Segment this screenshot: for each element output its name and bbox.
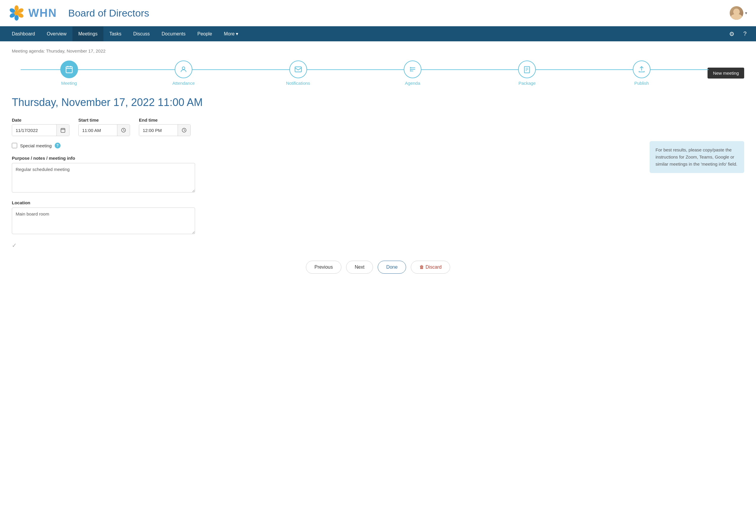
start-time-label: Start time [78, 117, 130, 122]
svg-rect-18 [410, 70, 411, 71]
step-agenda-circle [404, 61, 421, 78]
breadcrumb: Meeting agenda: Thursday, November 17, 2… [12, 48, 744, 53]
nav-right: ⚙ ? [726, 28, 750, 40]
svg-rect-19 [525, 66, 529, 73]
form-right: For best results, please copy/paste the … [650, 117, 744, 249]
header-right: ▾ [730, 6, 747, 20]
step-publish-circle [633, 61, 651, 78]
logo-area: WHN Board of Directors [9, 5, 149, 21]
special-meeting-checkbox[interactable] [12, 143, 17, 148]
nav-item-people[interactable]: People [192, 27, 218, 41]
nav-item-dashboard[interactable]: Dashboard [6, 27, 41, 41]
done-button[interactable]: Done [378, 261, 406, 274]
save-indicator: ✓ [12, 242, 638, 249]
special-meeting-help-icon[interactable]: ? [55, 142, 61, 148]
date-label: Date [12, 117, 69, 122]
step-package-label: Package [518, 81, 535, 86]
previous-button[interactable]: Previous [306, 261, 341, 274]
envelope-icon [294, 65, 302, 73]
clock-icon [121, 128, 126, 133]
step-meeting[interactable]: Meeting [12, 61, 126, 86]
stepper: Meeting Attendance Notifications [12, 61, 744, 86]
list-icon [409, 65, 417, 73]
settings-button[interactable]: ⚙ [726, 28, 738, 40]
meeting-datetime-title: Thursday, November 17, 2022 11:00 AM [12, 96, 744, 109]
date-input[interactable] [12, 125, 56, 136]
logo-flower-icon [9, 5, 24, 21]
end-time-input[interactable] [139, 125, 177, 136]
svg-point-11 [182, 67, 185, 69]
nav-item-overview[interactable]: Overview [41, 27, 72, 41]
end-time-input-wrap [139, 124, 191, 136]
calendar-icon [60, 128, 66, 133]
location-textarea[interactable]: Main board room [12, 208, 195, 234]
svg-point-0 [14, 5, 19, 11]
svg-rect-23 [61, 128, 65, 133]
svg-rect-12 [295, 67, 302, 72]
step-meeting-circle [60, 61, 78, 78]
step-agenda-label: Agenda [405, 81, 420, 86]
form-section: Date Start t [12, 117, 744, 249]
nav-item-tasks[interactable]: Tasks [103, 27, 127, 41]
discard-label: Discard [426, 265, 442, 269]
user-avatar-button[interactable]: ▾ [730, 6, 747, 20]
svg-rect-7 [66, 67, 72, 73]
step-publish[interactable]: Publish [584, 61, 699, 86]
nav-item-more[interactable]: More ▾ [218, 26, 244, 41]
svg-line-29 [123, 130, 124, 131]
footer-buttons: Previous Next Done 🗑 Discard [12, 261, 744, 280]
datetime-fields-row: Date Start t [12, 117, 638, 136]
page-title: Board of Directors [68, 7, 149, 19]
start-time-input-wrap [78, 124, 130, 136]
purpose-section: Purpose / notes / meeting info Regular s… [12, 156, 638, 194]
date-field-group: Date [12, 117, 69, 136]
location-section: Location Main board room [12, 200, 638, 235]
svg-rect-16 [410, 67, 411, 68]
step-attendance[interactable]: Attendance [126, 61, 241, 86]
main-nav: Dashboard Overview Meetings Tasks Discus… [0, 26, 756, 41]
date-input-wrap [12, 124, 69, 136]
svg-point-6 [14, 11, 19, 15]
special-meeting-row: Special meeting ? [12, 142, 638, 148]
logo-text: WHN [28, 7, 57, 19]
person-icon [180, 65, 187, 73]
svg-rect-17 [410, 69, 411, 70]
step-agenda[interactable]: Agenda [355, 61, 470, 86]
purpose-textarea[interactable]: Regular scheduled meeting [12, 163, 195, 192]
start-time-clock-button[interactable] [117, 125, 130, 136]
app-header: WHN Board of Directors ▾ [0, 0, 756, 26]
calendar-picker-button[interactable] [56, 125, 69, 136]
purpose-label: Purpose / notes / meeting info [12, 156, 638, 161]
upload-icon [638, 65, 645, 73]
nav-item-documents[interactable]: Documents [156, 27, 192, 41]
new-meeting-button[interactable]: New meeting [708, 67, 744, 79]
form-left: Date Start t [12, 117, 638, 249]
package-icon [523, 65, 531, 73]
end-time-clock-button[interactable] [177, 125, 190, 136]
avatar [730, 6, 743, 20]
nav-item-discuss[interactable]: Discuss [127, 27, 156, 41]
avatar-chevron-icon: ▾ [745, 11, 747, 15]
svg-line-32 [184, 130, 185, 131]
step-meeting-label: Meeting [61, 81, 77, 86]
step-attendance-label: Attendance [172, 81, 195, 86]
discard-button[interactable]: 🗑 Discard [411, 261, 450, 274]
special-meeting-label[interactable]: Special meeting [20, 143, 52, 148]
end-time-field-group: End time [139, 117, 191, 136]
nav-item-meetings[interactable]: Meetings [72, 27, 103, 41]
step-publish-label: Publish [634, 81, 649, 86]
main-content: Meeting agenda: Thursday, November 17, 2… [0, 41, 756, 289]
svg-point-3 [14, 15, 19, 21]
step-package-circle [518, 61, 536, 78]
end-time-label: End time [139, 117, 191, 122]
start-time-input[interactable] [79, 125, 117, 136]
step-notifications-circle [289, 61, 307, 78]
start-time-field-group: Start time [78, 117, 130, 136]
calendar-icon [65, 65, 73, 73]
step-notifications-label: Notifications [286, 81, 310, 86]
next-button[interactable]: Next [346, 261, 373, 274]
step-package[interactable]: Package [470, 61, 584, 86]
location-label: Location [12, 200, 638, 205]
help-button[interactable]: ? [740, 28, 750, 39]
step-notifications[interactable]: Notifications [241, 61, 355, 86]
